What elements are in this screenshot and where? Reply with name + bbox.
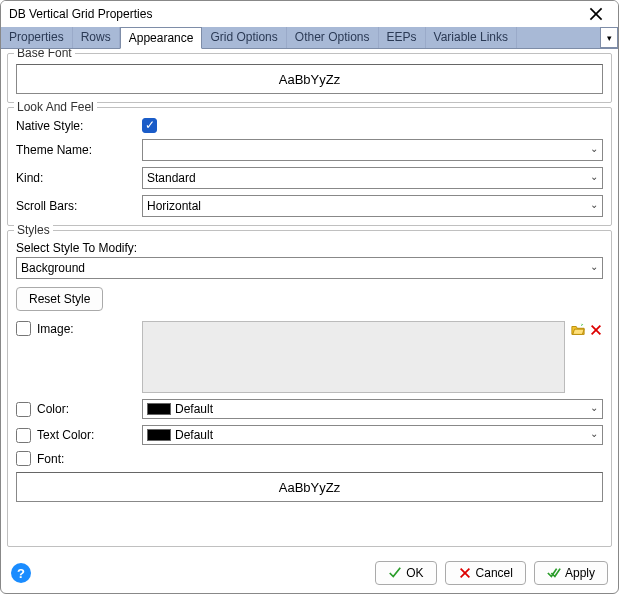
chevron-down-icon: ⌄ [590,171,598,182]
chevron-down-icon: ⌄ [590,143,598,154]
check-icon [388,566,402,580]
apply-label: Apply [565,566,595,580]
tab-eeps[interactable]: EEPs [379,27,426,48]
base-font-legend: Base Font [14,49,75,60]
help-icon: ? [17,566,25,581]
text-color-combo[interactable]: Default ⌄ [142,425,603,445]
text-color-value: Default [175,428,213,442]
group-styles: Styles Select Style To Modify: Backgroun… [7,230,612,547]
kind-combo[interactable]: Standard ⌄ [142,167,603,189]
select-style-combo[interactable]: Background ⌄ [16,257,603,279]
row-theme-name: Theme Name: ⌄ [16,139,603,161]
cancel-label: Cancel [476,566,513,580]
delete-icon [589,323,603,337]
row-kind: Kind: Standard ⌄ [16,167,603,189]
ok-button[interactable]: OK [375,561,436,585]
group-look-and-feel: Look And Feel Native Style: Theme Name: … [7,107,612,226]
theme-name-label: Theme Name: [16,143,136,157]
color-swatch [147,403,171,415]
image-label: Image: [37,322,74,336]
tab-properties[interactable]: Properties [1,27,73,48]
chevron-down-icon: ▾ [607,33,612,43]
chevron-down-icon: ⌄ [590,428,598,439]
scroll-bars-label: Scroll Bars: [16,199,136,213]
tab-rows[interactable]: Rows [73,27,120,48]
group-base-font: Base Font AaBbYyZz [7,53,612,103]
image-checkbox[interactable] [16,321,31,336]
titlebar: DB Vertical Grid Properties [1,1,618,27]
help-button[interactable]: ? [11,563,31,583]
tab-other-options[interactable]: Other Options [287,27,379,48]
style-font-sample[interactable]: AaBbYyZz [16,472,603,502]
row-text-color: Text Color: Default ⌄ [16,425,603,445]
row-image: Image: [16,321,603,393]
cancel-icon [458,566,472,580]
base-font-sample[interactable]: AaBbYyZz [16,64,603,94]
row-font: Font: [16,451,603,466]
color-value: Default [175,402,213,416]
clear-image-button[interactable] [589,323,603,340]
tab-bar: Properties Rows Appearance Grid Options … [1,27,618,49]
tab-grid-options[interactable]: Grid Options [202,27,286,48]
folder-open-icon [571,323,585,337]
chevron-down-icon: ⌄ [590,402,598,413]
tab-appearance[interactable]: Appearance [120,27,203,49]
row-scroll-bars: Scroll Bars: Horizontal ⌄ [16,195,603,217]
text-color-checkbox[interactable] [16,428,31,443]
chevron-down-icon: ⌄ [590,199,598,210]
kind-label: Kind: [16,171,136,185]
row-native-style: Native Style: [16,118,603,133]
image-preview[interactable] [142,321,565,393]
dialog-window: DB Vertical Grid Properties Properties R… [0,0,619,594]
font-checkbox[interactable] [16,451,31,466]
select-style-label: Select Style To Modify: [16,241,603,255]
color-combo[interactable]: Default ⌄ [142,399,603,419]
content-area: Base Font AaBbYyZz Look And Feel Native … [1,49,618,553]
native-style-label: Native Style: [16,119,136,133]
tab-variable-links[interactable]: Variable Links [426,27,517,48]
open-image-button[interactable] [571,323,585,340]
scroll-bars-combo[interactable]: Horizontal ⌄ [142,195,603,217]
cancel-button[interactable]: Cancel [445,561,526,585]
text-color-label: Text Color: [37,428,94,442]
apply-button[interactable]: Apply [534,561,608,585]
row-color: Color: Default ⌄ [16,399,603,419]
reset-style-button[interactable]: Reset Style [16,287,103,311]
styles-legend: Styles [14,223,53,237]
window-title: DB Vertical Grid Properties [9,7,582,21]
reset-style-label: Reset Style [29,292,90,306]
color-checkbox[interactable] [16,402,31,417]
apply-icon [547,566,561,580]
footer: ? OK Cancel Apply [1,553,618,593]
scroll-bars-value: Horizontal [147,199,201,213]
chevron-down-icon: ⌄ [590,261,598,272]
color-label: Color: [37,402,69,416]
theme-name-combo[interactable]: ⌄ [142,139,603,161]
tab-overflow-button[interactable]: ▾ [600,27,618,48]
font-label: Font: [37,452,64,466]
look-and-feel-legend: Look And Feel [14,100,97,114]
text-color-swatch [147,429,171,441]
ok-label: OK [406,566,423,580]
close-icon [589,7,603,21]
kind-value: Standard [147,171,196,185]
close-button[interactable] [582,4,610,24]
select-style-value: Background [21,261,85,275]
native-style-checkbox[interactable] [142,118,157,133]
